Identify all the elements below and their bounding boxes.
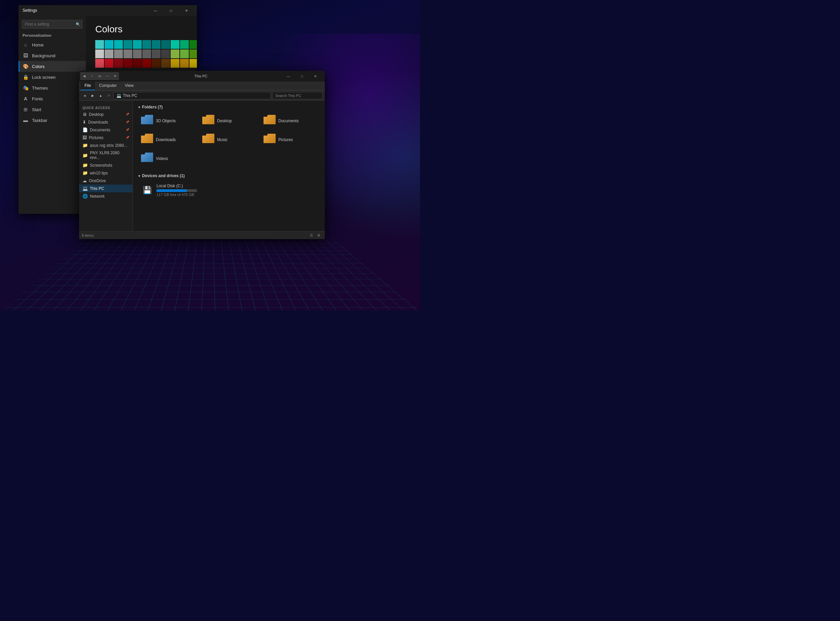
drive-icon-c: 💾 — [141, 184, 153, 196]
folder-item-documents[interactable]: Documents — [261, 113, 319, 129]
ribbon-tab-view[interactable]: View — [121, 82, 137, 90]
ribbon-tab-computer[interactable]: Computer — [95, 82, 121, 90]
nav-item-downloads[interactable]: ⬇ Downloads 📌 — [79, 118, 133, 126]
folder-name-pictures: Pictures — [278, 138, 293, 142]
nav-up-button[interactable]: ▲ — [97, 92, 104, 99]
explorer-minimize-button[interactable]: — — [282, 71, 295, 82]
color-swatch[interactable] — [142, 59, 151, 68]
nav-item-network[interactable]: 🌐 Network — [79, 192, 133, 200]
nav-item-asus[interactable]: 📁 asus rog strix 2080... — [79, 141, 133, 149]
sidebar-item-lockscreen[interactable]: 🔒 Lock screen — [18, 72, 86, 82]
pin-icon: 📌 — [126, 128, 129, 131]
drive-free-c: 117 GB free of 475 GB — [157, 192, 317, 197]
color-swatch[interactable] — [114, 50, 123, 58]
color-swatch[interactable] — [133, 40, 142, 49]
nav-forward-button[interactable]: ▶ — [89, 92, 96, 99]
folder-item-pictures[interactable]: Pictures — [261, 132, 319, 148]
color-swatch[interactable] — [114, 40, 123, 49]
nav-item-documents[interactable]: 📄 Documents 📌 — [79, 126, 133, 134]
color-swatch[interactable] — [152, 50, 160, 58]
settings-maximize-button[interactable]: □ — [163, 5, 179, 16]
color-swatch[interactable] — [124, 50, 132, 58]
color-swatch[interactable] — [171, 59, 179, 68]
color-swatch[interactable] — [95, 50, 104, 58]
color-swatch[interactable] — [161, 59, 170, 68]
color-swatch[interactable] — [171, 50, 179, 58]
sidebar-item-start[interactable]: ⊞ Start — [18, 104, 86, 115]
folders-count-label: Folders (7) — [142, 105, 163, 109]
folders-section-title: Folders (7) — [138, 105, 319, 109]
search-input[interactable] — [22, 20, 82, 29]
color-swatch[interactable] — [142, 40, 151, 49]
sidebar-search-container: 🔍 — [22, 20, 82, 29]
nav-item-win10tips[interactable]: 📁 win10 tips — [79, 169, 133, 177]
color-swatch[interactable] — [152, 40, 160, 49]
view-grid-button[interactable]: ⊞ — [315, 232, 322, 239]
ribbon-tab-file[interactable]: File — [80, 82, 95, 90]
nav-item-screenshots[interactable]: 📁 Screenshots — [79, 161, 133, 169]
color-swatch[interactable] — [95, 40, 104, 49]
settings-minimize-button[interactable]: — — [148, 5, 163, 16]
explorer-close-button[interactable]: ✕ — [308, 71, 322, 82]
taskbar-icon: ▬ — [23, 118, 29, 123]
color-swatch[interactable] — [161, 40, 170, 49]
color-grid — [95, 40, 187, 68]
nav-item-onedrive[interactable]: ☁ OneDrive — [79, 177, 133, 185]
devices-count-label: Devices and drives (1) — [142, 173, 185, 178]
folder-item-3dobjects[interactable]: 3D Objects — [138, 113, 197, 129]
sidebar-item-colors[interactable]: 🎨 Colors — [18, 61, 86, 72]
sidebar-item-fonts[interactable]: A Fonts — [18, 93, 86, 104]
color-swatch[interactable] — [124, 40, 132, 49]
nav-item-desktop[interactable]: 🖥 Desktop 📌 — [79, 111, 133, 118]
color-swatch[interactable] — [105, 50, 113, 58]
color-swatch[interactable] — [105, 40, 113, 49]
nav-refresh-button[interactable]: ↺ — [105, 92, 112, 99]
settings-sidebar: 🔍 Personalization ⌂ Home 🖼 Background 🎨 … — [18, 16, 86, 214]
color-swatch[interactable] — [114, 59, 123, 68]
nav-item-pny[interactable]: 📁 PNY XLR8 2080 revi... — [79, 149, 133, 161]
explorer-search-box[interactable]: Search This PC — [272, 92, 323, 99]
color-swatch[interactable] — [133, 59, 142, 68]
folder-item-music[interactable]: Music — [199, 132, 258, 148]
color-swatch[interactable] — [133, 50, 142, 58]
nav-documents-label: Documents — [90, 128, 110, 132]
color-swatch[interactable] — [189, 40, 197, 49]
lockscreen-icon: 🔒 — [23, 74, 29, 80]
color-swatch[interactable] — [189, 50, 197, 58]
nav-back-button[interactable]: ◀ — [81, 92, 88, 99]
quick-access-label: Quick access — [79, 103, 133, 111]
explorer-titlebar: ◀ □ 🗂 — ▼ This PC — □ ✕ — [79, 71, 325, 82]
settings-close-button[interactable]: ✕ — [179, 5, 194, 16]
color-swatch[interactable] — [180, 59, 189, 68]
color-swatch[interactable] — [124, 59, 132, 68]
explorer-maximize-button[interactable]: □ — [295, 71, 308, 82]
sidebar-item-themes[interactable]: 🎭 Themes — [18, 82, 86, 93]
folder-name-3dobjects: 3D Objects — [156, 118, 176, 123]
folders-grid: 3D Objects Desktop Documents — [138, 113, 319, 167]
view-list-button[interactable]: ☰ — [308, 232, 315, 239]
nav-item-pictures[interactable]: 🖼 Pictures 📌 — [79, 134, 133, 141]
color-swatch[interactable] — [189, 59, 197, 68]
drives-section: 💾 Local Disk (C:) 117 GB free of 475 GB — [138, 182, 319, 199]
folder-icon: 📁 — [82, 170, 88, 176]
explorer-back-icon: ◀ — [80, 73, 88, 80]
color-swatch[interactable] — [171, 40, 179, 49]
folder-item-downloads[interactable]: Downloads — [138, 132, 197, 148]
sidebar-item-taskbar[interactable]: ▬ Taskbar — [18, 115, 86, 126]
folder-item-desktop[interactable]: Desktop — [199, 113, 258, 129]
folder-icon: 📁 — [82, 143, 88, 148]
nav-item-thispc[interactable]: 💻 This PC — [79, 185, 133, 192]
color-swatch[interactable] — [180, 40, 189, 49]
color-swatch[interactable] — [180, 50, 189, 58]
folder-item-videos[interactable]: Videos — [138, 150, 197, 167]
color-swatch[interactable] — [142, 50, 151, 58]
color-swatch[interactable] — [152, 59, 160, 68]
color-swatch[interactable] — [105, 59, 113, 68]
drive-item-c[interactable]: 💾 Local Disk (C:) 117 GB free of 475 GB — [138, 182, 319, 199]
color-swatch[interactable] — [161, 50, 170, 58]
address-path[interactable]: 💻 This PC — [113, 92, 271, 99]
color-swatch[interactable] — [95, 59, 104, 68]
nav-thispc-label: This PC — [90, 186, 104, 191]
sidebar-item-background[interactable]: 🖼 Background — [18, 50, 86, 61]
sidebar-item-home[interactable]: ⌂ Home — [18, 39, 86, 50]
